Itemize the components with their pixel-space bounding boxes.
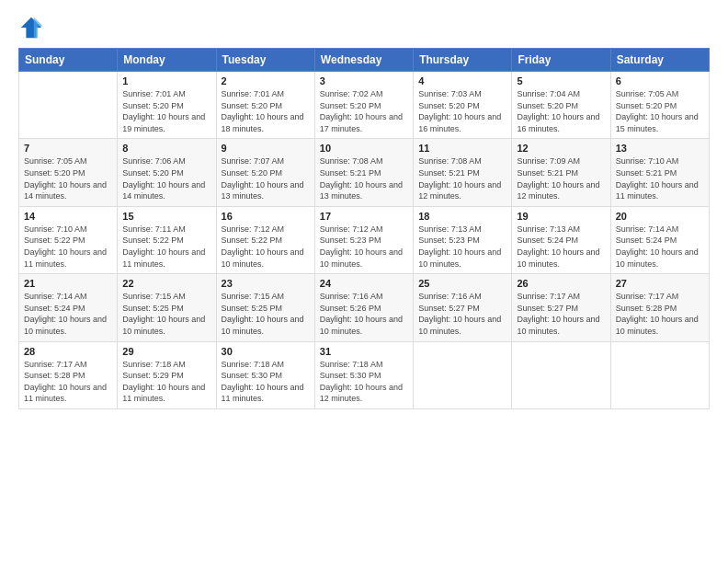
calendar-week-3: 14Sunrise: 7:10 AMSunset: 5:22 PMDayligh… <box>19 206 710 273</box>
day-number: 13 <box>616 143 704 154</box>
day-number: 7 <box>24 143 112 154</box>
calendar-week-4: 21Sunrise: 7:14 AMSunset: 5:24 PMDayligh… <box>19 274 710 341</box>
calendar-week-2: 7Sunrise: 7:05 AMSunset: 5:20 PMDaylight… <box>19 139 710 206</box>
calendar-cell: 7Sunrise: 7:05 AMSunset: 5:20 PMDaylight… <box>19 139 118 206</box>
day-number: 31 <box>320 346 408 357</box>
day-info: Sunrise: 7:08 AMSunset: 5:21 PMDaylight:… <box>320 155 408 201</box>
day-number: 22 <box>122 278 210 289</box>
calendar-header-thursday: Thursday <box>414 49 512 72</box>
day-number: 2 <box>222 75 310 86</box>
day-number: 8 <box>122 143 210 154</box>
day-info: Sunrise: 7:03 AMSunset: 5:20 PMDaylight:… <box>418 88 506 134</box>
day-number: 15 <box>122 211 210 222</box>
calendar-cell: 24Sunrise: 7:16 AMSunset: 5:26 PMDayligh… <box>314 274 413 341</box>
day-number: 17 <box>320 211 408 222</box>
calendar-header-monday: Monday <box>118 49 216 72</box>
calendar-cell: 31Sunrise: 7:18 AMSunset: 5:30 PMDayligh… <box>314 341 413 408</box>
day-info: Sunrise: 7:18 AMSunset: 5:30 PMDaylight:… <box>320 359 408 405</box>
day-number: 12 <box>517 143 605 154</box>
calendar-cell: 17Sunrise: 7:12 AMSunset: 5:23 PMDayligh… <box>314 206 413 273</box>
calendar-cell: 22Sunrise: 7:15 AMSunset: 5:25 PMDayligh… <box>118 274 216 341</box>
day-number: 26 <box>517 278 605 289</box>
calendar-cell: 15Sunrise: 7:11 AMSunset: 5:22 PMDayligh… <box>118 206 216 273</box>
calendar-cell: 3Sunrise: 7:02 AMSunset: 5:20 PMDaylight… <box>314 72 413 139</box>
calendar-cell <box>610 341 709 408</box>
day-number: 27 <box>616 278 704 289</box>
calendar-cell: 10Sunrise: 7:08 AMSunset: 5:21 PMDayligh… <box>314 139 413 206</box>
day-info: Sunrise: 7:18 AMSunset: 5:30 PMDaylight:… <box>222 359 310 405</box>
day-info: Sunrise: 7:17 AMSunset: 5:27 PMDaylight:… <box>517 291 605 337</box>
calendar-cell: 23Sunrise: 7:15 AMSunset: 5:25 PMDayligh… <box>216 274 314 341</box>
calendar-cell <box>414 341 512 408</box>
day-info: Sunrise: 7:11 AMSunset: 5:22 PMDaylight:… <box>122 224 210 270</box>
calendar-cell: 14Sunrise: 7:10 AMSunset: 5:22 PMDayligh… <box>19 206 118 273</box>
day-info: Sunrise: 7:15 AMSunset: 5:25 PMDaylight:… <box>122 291 210 337</box>
calendar-cell: 5Sunrise: 7:04 AMSunset: 5:20 PMDaylight… <box>512 72 610 139</box>
calendar-header-row: SundayMondayTuesdayWednesdayThursdayFrid… <box>19 49 710 72</box>
calendar-cell: 4Sunrise: 7:03 AMSunset: 5:20 PMDaylight… <box>414 72 512 139</box>
calendar-table: SundayMondayTuesdayWednesdayThursdayFrid… <box>18 48 710 409</box>
day-number: 28 <box>24 346 112 357</box>
calendar-week-5: 28Sunrise: 7:17 AMSunset: 5:28 PMDayligh… <box>19 341 710 408</box>
day-info: Sunrise: 7:12 AMSunset: 5:23 PMDaylight:… <box>320 224 408 270</box>
header <box>18 15 710 40</box>
logo-icon <box>18 15 44 40</box>
calendar-cell: 6Sunrise: 7:05 AMSunset: 5:20 PMDaylight… <box>610 72 709 139</box>
day-info: Sunrise: 7:12 AMSunset: 5:22 PMDaylight:… <box>222 224 310 270</box>
logo <box>18 15 48 40</box>
calendar-cell: 2Sunrise: 7:01 AMSunset: 5:20 PMDaylight… <box>216 72 314 139</box>
day-info: Sunrise: 7:17 AMSunset: 5:28 PMDaylight:… <box>24 359 112 405</box>
calendar-cell: 25Sunrise: 7:16 AMSunset: 5:27 PMDayligh… <box>414 274 512 341</box>
day-info: Sunrise: 7:05 AMSunset: 5:20 PMDaylight:… <box>616 88 704 134</box>
calendar-cell: 21Sunrise: 7:14 AMSunset: 5:24 PMDayligh… <box>19 274 118 341</box>
day-number: 18 <box>418 211 506 222</box>
day-info: Sunrise: 7:14 AMSunset: 5:24 PMDaylight:… <box>24 291 112 337</box>
calendar-cell: 19Sunrise: 7:13 AMSunset: 5:24 PMDayligh… <box>512 206 610 273</box>
page: SundayMondayTuesdayWednesdayThursdayFrid… <box>0 0 728 563</box>
day-number: 11 <box>418 143 506 154</box>
day-info: Sunrise: 7:16 AMSunset: 5:26 PMDaylight:… <box>320 291 408 337</box>
day-number: 10 <box>320 143 408 154</box>
day-number: 4 <box>418 75 506 86</box>
day-info: Sunrise: 7:01 AMSunset: 5:20 PMDaylight:… <box>122 88 210 134</box>
calendar-cell: 18Sunrise: 7:13 AMSunset: 5:23 PMDayligh… <box>414 206 512 273</box>
day-number: 9 <box>222 143 310 154</box>
day-number: 23 <box>222 278 310 289</box>
calendar-cell: 13Sunrise: 7:10 AMSunset: 5:21 PMDayligh… <box>610 139 709 206</box>
day-info: Sunrise: 7:15 AMSunset: 5:25 PMDaylight:… <box>222 291 310 337</box>
day-info: Sunrise: 7:02 AMSunset: 5:20 PMDaylight:… <box>320 88 408 134</box>
day-info: Sunrise: 7:16 AMSunset: 5:27 PMDaylight:… <box>418 291 506 337</box>
calendar-cell: 9Sunrise: 7:07 AMSunset: 5:20 PMDaylight… <box>216 139 314 206</box>
calendar-cell: 26Sunrise: 7:17 AMSunset: 5:27 PMDayligh… <box>512 274 610 341</box>
day-number: 24 <box>320 278 408 289</box>
day-number: 14 <box>24 211 112 222</box>
day-info: Sunrise: 7:07 AMSunset: 5:20 PMDaylight:… <box>222 155 310 201</box>
calendar-cell: 28Sunrise: 7:17 AMSunset: 5:28 PMDayligh… <box>19 341 118 408</box>
day-info: Sunrise: 7:13 AMSunset: 5:24 PMDaylight:… <box>517 224 605 270</box>
day-info: Sunrise: 7:14 AMSunset: 5:24 PMDaylight:… <box>616 224 704 270</box>
day-number: 16 <box>222 211 310 222</box>
day-info: Sunrise: 7:05 AMSunset: 5:20 PMDaylight:… <box>24 155 112 201</box>
day-number: 30 <box>222 346 310 357</box>
day-info: Sunrise: 7:10 AMSunset: 5:22 PMDaylight:… <box>24 224 112 270</box>
calendar-header-wednesday: Wednesday <box>314 49 413 72</box>
calendar-week-1: 1Sunrise: 7:01 AMSunset: 5:20 PMDaylight… <box>19 72 710 139</box>
svg-marker-0 <box>21 17 41 38</box>
day-info: Sunrise: 7:06 AMSunset: 5:20 PMDaylight:… <box>122 155 210 201</box>
day-info: Sunrise: 7:01 AMSunset: 5:20 PMDaylight:… <box>222 88 310 134</box>
day-number: 21 <box>24 278 112 289</box>
day-info: Sunrise: 7:10 AMSunset: 5:21 PMDaylight:… <box>616 155 704 201</box>
day-info: Sunrise: 7:13 AMSunset: 5:23 PMDaylight:… <box>418 224 506 270</box>
day-number: 6 <box>616 75 704 86</box>
calendar-cell: 20Sunrise: 7:14 AMSunset: 5:24 PMDayligh… <box>610 206 709 273</box>
calendar-header-saturday: Saturday <box>610 49 709 72</box>
calendar-cell: 27Sunrise: 7:17 AMSunset: 5:28 PMDayligh… <box>610 274 709 341</box>
calendar-cell: 11Sunrise: 7:08 AMSunset: 5:21 PMDayligh… <box>414 139 512 206</box>
calendar-cell: 29Sunrise: 7:18 AMSunset: 5:29 PMDayligh… <box>118 341 216 408</box>
calendar-header-friday: Friday <box>512 49 610 72</box>
calendar-cell: 1Sunrise: 7:01 AMSunset: 5:20 PMDaylight… <box>118 72 216 139</box>
day-number: 29 <box>122 346 210 357</box>
day-info: Sunrise: 7:18 AMSunset: 5:29 PMDaylight:… <box>122 359 210 405</box>
calendar-cell: 16Sunrise: 7:12 AMSunset: 5:22 PMDayligh… <box>216 206 314 273</box>
calendar-cell: 30Sunrise: 7:18 AMSunset: 5:30 PMDayligh… <box>216 341 314 408</box>
